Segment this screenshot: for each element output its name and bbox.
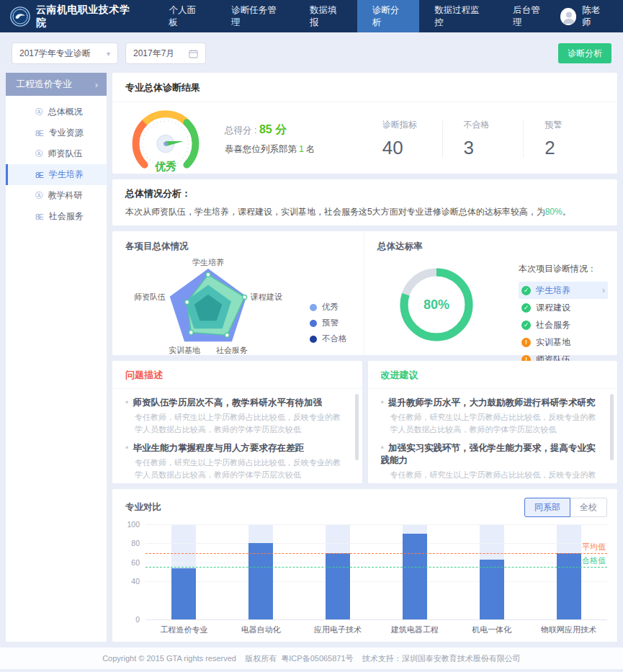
sidebar-item-label: 学生培养	[49, 169, 84, 181]
legend-dot-icon	[310, 304, 317, 311]
nav-data-reporting[interactable]: 数据填报	[295, 0, 357, 32]
sidebar-item-research[interactable]: Ⓐ 教学科研	[6, 185, 107, 206]
nav-personal-panel[interactable]: 个人面板	[154, 0, 217, 32]
donut-chart: 80% 本次项目诊断情况： ✓ 学生培养 › ✓ 课程建设	[377, 253, 604, 358]
y-tick-label: 100	[120, 520, 140, 529]
stat-indicators: 诊断指标 40	[382, 119, 421, 159]
gridline	[145, 524, 607, 525]
gridline	[145, 563, 607, 563]
comparison-header: 专业对比 同系部 全校	[112, 489, 617, 517]
body-layout: 工程造价专业 › Ⓐ 总体概况 8E 专业资源 Ⓐ 师资队伍 8E 学	[0, 73, 623, 642]
suggestions-title: 改进建议	[368, 361, 618, 389]
radar-axis-label: 学生培养	[192, 257, 224, 268]
analyze-button[interactable]: 诊断分析	[558, 43, 611, 63]
issues-row: 问题描述 •师资队伍学历层次不高，教学科研水平有待加强 专任教师，研究生以上学历…	[112, 361, 617, 483]
bar-mechatronics	[453, 524, 530, 619]
student-training-icon: 8E	[35, 171, 43, 179]
toggle-same-department[interactable]: 同系部	[524, 498, 570, 517]
score-value: 85 分	[259, 123, 287, 135]
bar-columns	[145, 524, 607, 619]
suggestion-item: •提升教师学历水平，大力鼓励教师进行科研学术研究 专任教师，研究生以上学历教师占…	[381, 397, 599, 436]
x-label: 应用电子技术	[300, 624, 377, 635]
resources-icon: 8E	[35, 129, 43, 138]
sidebar-item-label: 师资队伍	[48, 148, 83, 160]
user-menu[interactable]: 陈老师	[560, 4, 623, 29]
donut-value: 80%	[398, 266, 475, 344]
sidebar-item-student-training[interactable]: 8E 学生培养	[6, 164, 107, 185]
diag-item-social-service[interactable]: ✓ 社会服务	[519, 316, 608, 333]
user-name: 陈老师	[582, 4, 607, 29]
summary-title: 专业总体诊断结果	[112, 73, 617, 102]
legend-failed[interactable]: 不合格	[310, 333, 347, 344]
problems-panel: 问题描述 •师资队伍学历层次不高，教学科研水平有待加强 专任教师，研究生以上学历…	[112, 361, 362, 483]
nav-data-process-monitoring[interactable]: 数据过程监控	[419, 0, 498, 32]
suggestion-item: •加强实习实践环节，强化学生能力要求，提高专业实践能力 专任教师，研究生以上学历…	[381, 442, 599, 483]
stat-failed: 不合格 3	[463, 119, 502, 159]
legend-warning[interactable]: 预警	[310, 318, 347, 328]
x-label: 工程造价专业	[145, 624, 223, 635]
legend-label: 预警	[322, 318, 339, 328]
summary-stats: 诊断指标 40 不合格 3 预警 2	[362, 119, 604, 159]
check-icon: ✓	[521, 303, 531, 313]
donut-title: 总体达标率	[377, 241, 604, 253]
sidebar-header-major[interactable]: 工程造价专业 ›	[6, 73, 107, 96]
diag-item-training-base[interactable]: ! 实训基地	[519, 333, 608, 351]
bar-iot-technology	[530, 524, 607, 619]
date-picker[interactable]: 2017年7月	[125, 42, 206, 64]
chevron-right-icon: ›	[95, 79, 98, 90]
date-picker-value: 2017年7月	[133, 48, 174, 60]
diag-item-student-training[interactable]: ✓ 学生培养 ›	[519, 282, 608, 299]
radar-axis-label: 社会服务	[216, 345, 248, 356]
nav-backend-management[interactable]: 后台管理	[498, 0, 560, 32]
summary-panel: 专业总体诊断结果	[112, 73, 617, 174]
charts-panel: 各项目总体情况 学生培养 课程建设 社会服务 实训基地	[112, 231, 617, 355]
analysis-text: 本次从师资队伍，学生培养，课程建设，实训基地，社会服务这5大方面对专业进修诊断总…	[125, 206, 604, 218]
diag-label: 实训基地	[536, 336, 570, 349]
social-service-icon: 8E	[35, 212, 43, 221]
bar-electrical-automation	[223, 524, 300, 619]
divider	[523, 120, 524, 158]
research-icon: Ⓐ	[35, 191, 42, 201]
school-name: 云南机电职业技术学院	[36, 4, 134, 30]
sidebar-item-label: 专业资源	[49, 127, 84, 139]
nav-diagnosis-analysis[interactable]: 诊断分析	[357, 0, 420, 32]
reference-line	[145, 553, 607, 554]
problems-title: 问题描述	[112, 361, 362, 389]
sidebar-item-social-service[interactable]: 8E 社会服务	[6, 206, 107, 227]
footer-text: Copyright © 2015 GTA rights reserved 版权所…	[102, 653, 521, 664]
diag-label: 社会服务	[536, 319, 570, 331]
bar-applied-electronics	[300, 524, 377, 619]
term-select[interactable]: 2017学年专业诊断 ▾	[12, 42, 118, 64]
page: 云南机电职业技术学院 个人面板 诊断任务管理 数据填报 诊断分析 数据过程监控 …	[0, 0, 623, 672]
radar-section: 各项目总体情况 学生培养 课程建设 社会服务 实训基地	[112, 231, 364, 355]
suggestions-panel: 改进建议 •提升教师学历水平，大力鼓励教师进行科研学术研究 专任教师，研究生以上…	[368, 361, 618, 483]
y-tick-label: 80	[120, 539, 140, 547]
sidebar-item-overview[interactable]: Ⓐ 总体概况	[6, 102, 107, 122]
bullet-icon: •	[381, 443, 384, 453]
scrollbar[interactable]	[610, 394, 614, 460]
bar-x-labels: 工程造价专业 电器自动化 应用电子技术 建筑电器工程 机电一体化 物联网应用技术	[145, 624, 607, 635]
scrollbar[interactable]	[355, 394, 359, 460]
school-logo-icon	[10, 6, 30, 27]
legend-excellent[interactable]: 优秀	[310, 302, 347, 313]
donut-section: 总体达标率 80% 本次项目诊断情况： ✓ 学生培养 ›	[364, 231, 617, 355]
bar	[480, 560, 504, 619]
faculty-icon: Ⓐ	[35, 149, 42, 159]
problem-desc: 专任教师，研究生以上学历教师占比比较低，反映专业的教学人员数据占比较高，教师的学…	[135, 457, 344, 481]
gridline	[145, 543, 607, 544]
bar-chart: 1008060400平均值合格值 工程造价专业 电器自动化 应用电子技术 建筑电…	[112, 517, 617, 635]
stat-value: 2	[544, 137, 583, 159]
score-block: 总得分 : 85 分 恭喜您位列系部第1名	[225, 122, 362, 156]
filter-bar: 2017学年专业诊断 ▾ 2017年7月 诊断分析	[0, 32, 623, 73]
toggle-whole-school[interactable]: 全校	[570, 498, 607, 517]
analysis-highlight: 80%	[545, 207, 563, 217]
legend-dot-icon	[310, 320, 317, 327]
sidebar-major-label: 工程造价专业	[16, 78, 72, 91]
diag-item-course-building[interactable]: ✓ 课程建设	[519, 299, 608, 316]
nav-diagnosis-task-management[interactable]: 诊断任务管理	[216, 0, 295, 32]
x-label: 建筑电器工程	[376, 624, 453, 635]
sidebar-item-resources[interactable]: 8E 专业资源	[6, 122, 107, 143]
analysis-title: 总体情况分析：	[125, 187, 604, 200]
suggestion-title: 加强实习实践环节，强化学生能力要求，提高专业实践能力	[381, 443, 596, 465]
sidebar-item-faculty[interactable]: Ⓐ 师资队伍	[6, 143, 107, 164]
